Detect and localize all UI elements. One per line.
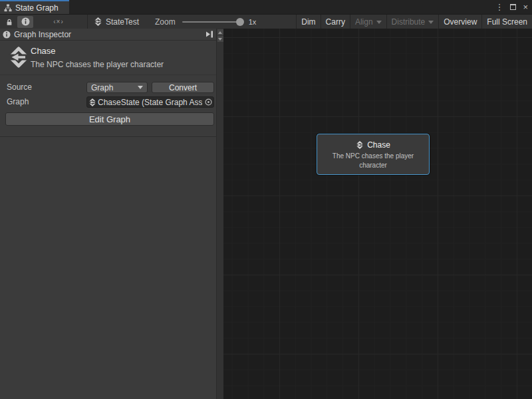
- zoom-control: Zoom 1x: [155, 17, 256, 27]
- zoom-slider[interactable]: [182, 21, 242, 23]
- main-area: Graph Inspector Chase The: [0, 29, 532, 399]
- connections-toggle-button[interactable]: ‹×›: [49, 16, 68, 28]
- state-description: The NPC chases the player character: [31, 60, 164, 69]
- state-graph-icon: [8, 47, 29, 68]
- state-node-chase[interactable]: Chase The NPC chases the player characte…: [317, 134, 430, 175]
- graph-object-value: ChaseState (State Graph Ass: [98, 98, 202, 107]
- graph-field-label: Graph: [7, 97, 29, 106]
- breadcrumb-label: StateTest: [106, 17, 139, 27]
- source-dropdown[interactable]: Graph: [86, 82, 148, 93]
- edit-graph-button[interactable]: Edit Graph: [5, 112, 214, 126]
- carry-button[interactable]: Carry: [321, 15, 350, 29]
- dim-button[interactable]: Dim: [296, 15, 320, 29]
- zoom-value: 1x: [249, 18, 257, 26]
- info-icon: [3, 31, 11, 39]
- close-icon[interactable]: ×: [523, 0, 528, 14]
- inspector-scrollbar[interactable]: [216, 29, 223, 399]
- state-graph-icon: [94, 17, 102, 26]
- overview-button[interactable]: Overview: [438, 15, 481, 29]
- inspector-divider: [0, 136, 216, 137]
- lock-button[interactable]: [3, 16, 16, 28]
- inspector-header: Graph Inspector: [0, 29, 216, 41]
- dock-panel-icon[interactable]: [205, 31, 213, 38]
- node-description: The NPC chases the player character: [323, 152, 423, 170]
- state-title: Chase: [31, 46, 56, 56]
- state-graph-icon: [356, 141, 364, 149]
- lock-icon: [5, 18, 13, 26]
- source-field-label: Source: [7, 82, 32, 92]
- graph-canvas[interactable]: Chase The NPC chases the player characte…: [223, 29, 532, 399]
- tab-bar: State Graph ⋮ ×: [0, 0, 532, 14]
- zoom-slider-knob[interactable]: [236, 18, 244, 26]
- zoom-label: Zoom: [155, 17, 176, 27]
- info-icon: [21, 17, 30, 26]
- inspector-toggle-button[interactable]: [17, 16, 33, 28]
- state-graph-icon: [88, 98, 96, 106]
- graph-hierarchy-icon: [4, 4, 12, 12]
- node-title-row: Chase: [317, 140, 429, 150]
- node-title: Chase: [367, 140, 390, 150]
- fullscreen-button[interactable]: Full Screen: [481, 15, 532, 29]
- graph-inspector-panel: Graph Inspector Chase The: [0, 29, 223, 399]
- inspector-header-label: Graph Inspector: [14, 30, 71, 39]
- chevron-down-icon: [376, 21, 382, 24]
- source-dropdown-value: Graph: [91, 83, 113, 92]
- tab-state-graph[interactable]: State Graph: [0, 0, 69, 14]
- graph-toolbar: ‹×› StateTest Zoom 1x Dim Carry Align Di…: [0, 14, 532, 29]
- kebab-menu-icon[interactable]: ⋮: [495, 0, 503, 14]
- chevron-down-icon: [138, 86, 143, 89]
- align-dropdown-button[interactable]: Align: [350, 15, 386, 29]
- chevron-down-icon: [428, 21, 434, 24]
- breadcrumb[interactable]: StateTest: [88, 17, 146, 27]
- convert-button[interactable]: Convert: [152, 82, 214, 93]
- tab-label: State Graph: [15, 3, 59, 13]
- toolbar-right-buttons: Dim Carry Align Distribute Overview Full…: [296, 15, 532, 29]
- graph-object-field[interactable]: ChaseState (State Graph Ass: [86, 96, 214, 108]
- distribute-dropdown-button[interactable]: Distribute: [386, 15, 439, 29]
- unity-state-graph-window: State Graph ⋮ × ‹×›: [0, 0, 532, 399]
- scroll-down-icon[interactable]: [217, 36, 223, 42]
- scroll-up-icon[interactable]: [217, 29, 223, 35]
- object-picker-icon[interactable]: [203, 98, 213, 106]
- state-title-block: Chase The NPC chases the player characte…: [0, 41, 216, 75]
- window-controls: ⋮ ×: [495, 0, 528, 14]
- maximize-icon[interactable]: [510, 4, 516, 10]
